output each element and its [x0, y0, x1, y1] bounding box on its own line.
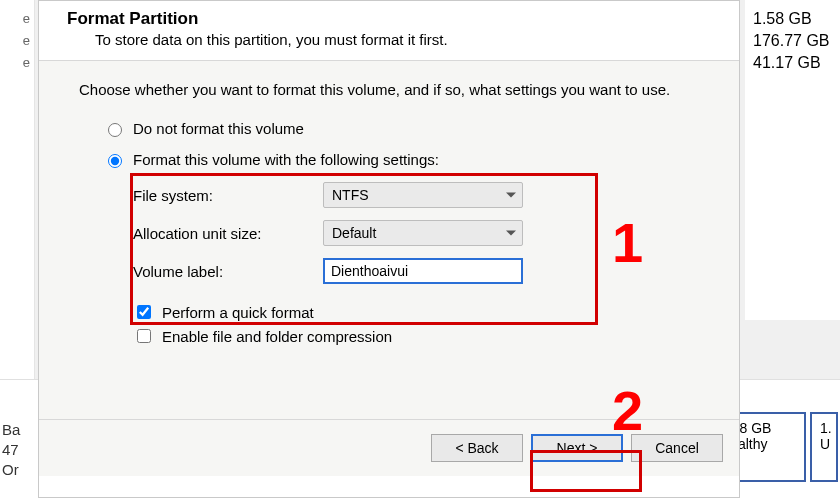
cancel-button[interactable]: Cancel — [631, 434, 723, 462]
wizard-title: Format Partition — [67, 9, 711, 29]
wizard-footer: < Back Next > Cancel — [39, 419, 739, 476]
back-button[interactable]: < Back — [431, 434, 523, 462]
bg-size-value: 176.77 GB — [753, 30, 834, 52]
radio-do-not-format[interactable] — [108, 123, 122, 137]
wizard-header: Format Partition To store data on this p… — [39, 1, 739, 60]
allocation-unit-value: Default — [332, 225, 376, 241]
wizard-prompt: Choose whether you want to format this v… — [79, 81, 711, 98]
chevron-down-icon — [506, 231, 516, 236]
checkbox-quick-format[interactable] — [137, 305, 151, 319]
format-settings-group: File system: NTFS Allocation unit size: … — [133, 176, 711, 290]
disk-info-line: 47 — [2, 440, 20, 460]
quick-format-label: Perform a quick format — [162, 304, 314, 321]
allocation-unit-label: Allocation unit size: — [133, 225, 323, 242]
radio-do-not-format-label: Do not format this volume — [133, 120, 304, 137]
next-button[interactable]: Next > — [531, 434, 623, 462]
compression-label: Enable file and folder compression — [162, 328, 392, 345]
volume-label-label: Volume label: — [133, 263, 323, 280]
bg-left-row: e — [0, 8, 34, 30]
format-partition-wizard: Format Partition To store data on this p… — [38, 0, 740, 498]
disk-info-labels: Ba 47 Or — [2, 420, 20, 480]
partition-box[interactable]: 1. U — [810, 412, 838, 482]
disk-info-line: Ba — [2, 420, 20, 440]
file-system-dropdown[interactable]: NTFS — [323, 182, 523, 208]
bg-left-row: e — [0, 30, 34, 52]
radio-format-with-settings[interactable] — [108, 154, 122, 168]
wizard-body: Choose whether you want to format this v… — [39, 61, 739, 419]
partition-box-line: U — [820, 436, 828, 452]
background-size-column: 1.58 GB 176.77 GB 41.17 GB — [745, 0, 840, 320]
allocation-unit-dropdown[interactable]: Default — [323, 220, 523, 246]
bg-left-row: e — [0, 52, 34, 74]
volume-label-input[interactable] — [323, 258, 523, 284]
checkbox-compression[interactable] — [137, 329, 151, 343]
file-system-label: File system: — [133, 187, 323, 204]
disk-info-line: Or — [2, 460, 20, 480]
bg-size-value: 41.17 GB — [753, 52, 834, 74]
file-system-value: NTFS — [332, 187, 369, 203]
wizard-subtitle: To store data on this partition, you mus… — [95, 31, 711, 48]
bg-size-value: 1.58 GB — [753, 8, 834, 30]
radio-format-label: Format this volume with the following se… — [133, 151, 439, 168]
partition-box-line: 1. — [820, 420, 828, 436]
chevron-down-icon — [506, 193, 516, 198]
